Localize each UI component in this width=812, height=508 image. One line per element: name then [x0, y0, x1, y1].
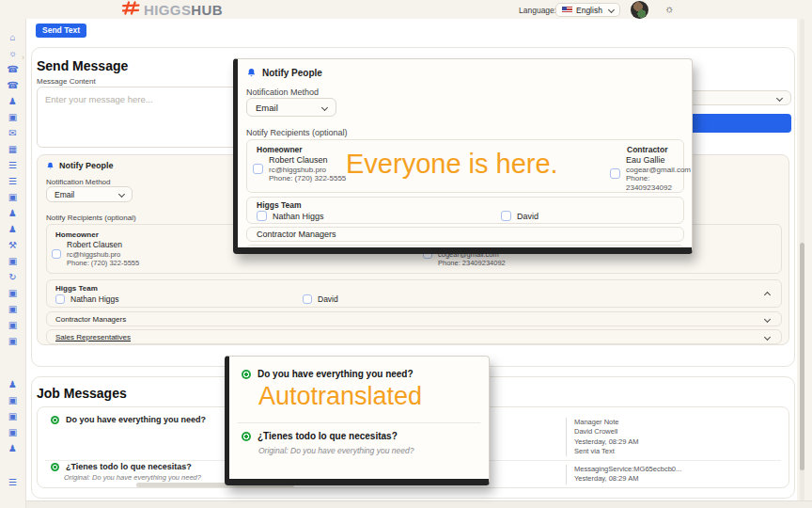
- contractor-group-label: Contractor: [627, 145, 667, 154]
- meta-line: MessagingService:MG65ecbcb0...: [574, 465, 681, 474]
- sales-representatives-link[interactable]: Sales Representatives: [55, 333, 131, 341]
- david-checkbox[interactable]: [501, 211, 511, 221]
- list-alt-icon[interactable]: ☰: [8, 176, 17, 186]
- home-icon[interactable]: ⌂: [9, 32, 15, 42]
- sales-representatives-row[interactable]: Sales Representatives: [46, 329, 782, 344]
- recipient-name: Robert Clausen: [269, 155, 346, 166]
- contractor-managers-row[interactable]: Contractor Managers: [246, 227, 684, 242]
- notification-method-value: Email: [256, 103, 278, 113]
- team-member-name: Nathan Higgs: [273, 212, 324, 221]
- meta-line: Yesterday, 08:29 AM: [574, 474, 681, 484]
- message-row: ¿Tienes todo lo que necesitas?: [242, 431, 398, 441]
- notify-people-title: Notify People: [59, 161, 114, 170]
- contractor-checkbox[interactable]: [610, 168, 620, 179]
- notify-people-zoom-overlay: Notify People Notification Method Email …: [233, 58, 693, 254]
- list-icon[interactable]: ☰: [8, 160, 17, 170]
- send-message-title: Send Message: [37, 58, 128, 73]
- homeowner-group-label: Homeowner: [55, 230, 99, 239]
- notification-method-value: Email: [55, 190, 74, 199]
- theme-toggle-icon[interactable]: ☼: [664, 3, 674, 15]
- autotranslated-zoom-overlay: Do you have everything you need? Autotra…: [225, 356, 490, 485]
- bell-icon: [46, 162, 55, 170]
- user-check-icon[interactable]: ♟: [8, 224, 17, 234]
- notify-people-header: Notify People: [246, 68, 322, 78]
- david-checkbox[interactable]: [303, 294, 312, 304]
- shield-icon[interactable]: ▣: [8, 112, 17, 122]
- recipient-email: cogear@gmail.com: [626, 166, 691, 175]
- homeowner-recipient-row: Robert Clausen rc@higgshub.pro Phone: (7…: [52, 241, 139, 267]
- homeowner-checkbox[interactable]: [52, 249, 61, 259]
- package-3-icon[interactable]: ▣: [8, 288, 17, 298]
- meta-line: Manager Note: [574, 418, 638, 427]
- sidebar-expand-icon[interactable]: ›: [22, 53, 24, 62]
- contractor-managers-label: Contractor Managers: [55, 315, 126, 324]
- recipient-email: rc@higgshub.pro: [269, 166, 346, 175]
- message-row: ¿Tienes todo lo que necesitas?: [51, 462, 192, 471]
- recipient-email: rc@higgshub.pro: [67, 250, 139, 259]
- notification-method-select[interactable]: Email: [46, 186, 133, 202]
- recipient-phone: Phone: 23409234092: [626, 174, 691, 192]
- sales-representatives-row[interactable]: Sales Representatives: [246, 245, 684, 254]
- package-7-icon[interactable]: ▣: [8, 411, 17, 421]
- team-member-name: David: [318, 294, 338, 304]
- meta-line: Yesterday, 08:29 AM: [574, 437, 638, 447]
- team-member-row: David: [501, 211, 539, 221]
- contractor-managers-label: Contractor Managers: [257, 230, 336, 239]
- nathan-higgs-checkbox[interactable]: [55, 294, 65, 304]
- package-8-icon[interactable]: ▣: [8, 427, 17, 437]
- package-6-icon[interactable]: ▣: [8, 336, 17, 346]
- chevron-up-icon[interactable]: [764, 292, 771, 298]
- calendar-icon[interactable]: ▦: [8, 144, 17, 154]
- package-5-icon[interactable]: ▣: [8, 320, 17, 330]
- divider: [238, 422, 480, 423]
- chevron-down-icon: [118, 191, 125, 198]
- list-2-icon[interactable]: ☰: [8, 477, 17, 487]
- user-icon[interactable]: ♟: [8, 96, 17, 106]
- sales-representatives-link[interactable]: Sales Representatives: [257, 247, 341, 254]
- logo-text-light: HIGGS: [144, 2, 191, 18]
- message-text: ¿Tienes todo lo que necesitas?: [258, 431, 398, 441]
- notify-recipients-label: Notify Recipients (optional): [46, 214, 136, 222]
- notification-method-select[interactable]: Email: [246, 98, 336, 117]
- user-add-icon[interactable]: ♟: [8, 208, 17, 218]
- phone-alt-icon[interactable]: ☎: [7, 80, 18, 90]
- recipient-phone: Phone: (720) 322-5555: [67, 259, 139, 267]
- notification-method-label: Notification Method: [46, 178, 110, 186]
- user-2-icon[interactable]: ♟: [8, 379, 17, 389]
- message-original-text: Original: Do you have everything you nee…: [64, 473, 201, 482]
- team-member-row: Nathan Higgs: [55, 294, 119, 304]
- vertical-scrollbar-thumb[interactable]: [800, 243, 804, 470]
- language-select[interactable]: English: [555, 3, 620, 17]
- message-text: ¿Tienes todo lo que necesitas?: [66, 462, 192, 471]
- send-text-button[interactable]: Send Text: [36, 24, 86, 38]
- package-2-icon[interactable]: ▣: [8, 256, 17, 266]
- sun-icon[interactable]: ☼: [8, 48, 17, 58]
- team-member-name: Nathan Higgs: [70, 294, 119, 304]
- homeowner-checkbox[interactable]: [253, 164, 263, 174]
- package-icon[interactable]: ▣: [8, 192, 17, 202]
- user-3-icon[interactable]: ♟: [8, 443, 17, 453]
- message-meta-block: Manager Note David Crowell Yesterday, 08…: [566, 418, 638, 456]
- mail-icon[interactable]: ✉: [8, 128, 16, 138]
- team-member-name: David: [517, 212, 539, 221]
- message-text: Do you have everything you need?: [258, 369, 414, 379]
- message-row: Do you have everything you need?: [242, 369, 414, 379]
- homeowner-recipient-row: Robert Clausen rc@higgshub.pro Phone: (7…: [253, 155, 346, 183]
- message-text: Do you have everything you need?: [66, 415, 206, 424]
- app-header: HIGGSHUB Language: English ☼: [0, 0, 812, 19]
- meta-line: David Crowell: [574, 427, 638, 437]
- contractor-managers-row[interactable]: Contractor Managers: [46, 311, 782, 326]
- nathan-higgs-checkbox[interactable]: [257, 211, 267, 221]
- package-4-icon[interactable]: ▣: [8, 304, 17, 314]
- everyone-is-here-callout: Everyone is here.: [346, 149, 558, 180]
- phone-icon[interactable]: ☎: [7, 64, 18, 74]
- app-logo: HIGGSHUB: [122, 1, 223, 19]
- team-member-row: Nathan Higgs: [257, 211, 324, 221]
- message-meta-block: MessagingService:MG65ecbcb0... Yesterday…: [566, 465, 681, 484]
- contractor-recipient-row: Eau Gallie cogear@gmail.com Phone: 23409…: [610, 155, 691, 192]
- tools-icon[interactable]: ⚒: [8, 240, 17, 250]
- avatar[interactable]: [631, 1, 648, 19]
- sync-icon[interactable]: ↻: [8, 272, 16, 282]
- truck-icon[interactable]: ▣: [8, 395, 17, 405]
- recipient-phone: Phone: (720) 322-5555: [269, 174, 346, 183]
